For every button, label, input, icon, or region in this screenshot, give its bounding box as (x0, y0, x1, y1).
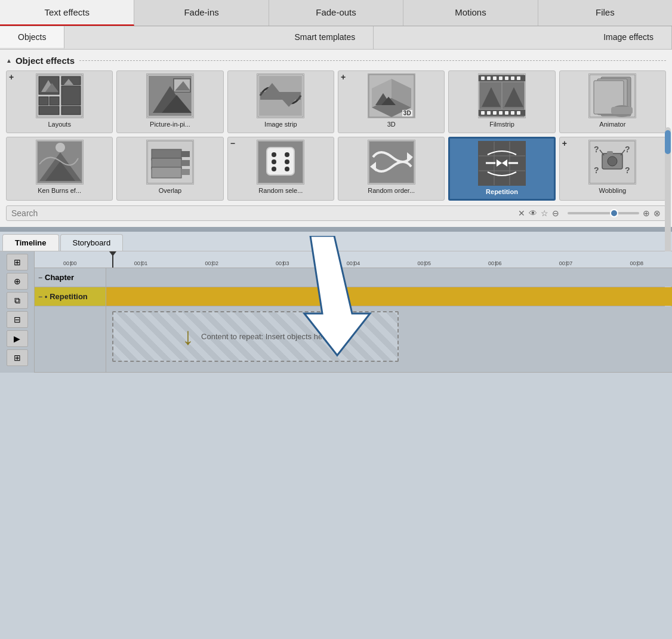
random-sele-icon (257, 140, 304, 185)
search-input[interactable] (11, 208, 518, 218)
svg-point-72 (285, 152, 289, 157)
svg-text:?: ? (594, 165, 599, 175)
repetition-track-content (106, 287, 672, 306)
svg-point-71 (272, 152, 276, 157)
svg-rect-37 (511, 76, 514, 80)
filmstrip-label: Filmstrip (489, 121, 514, 128)
svg-point-73 (272, 159, 276, 164)
svg-rect-6 (61, 86, 81, 105)
svg-rect-36 (505, 76, 508, 80)
plus-circle-icon[interactable]: ⊕ (643, 208, 650, 218)
content-track-row: ↓ Content to repeat: Insert objects he..… (35, 306, 672, 373)
repetition-bar (106, 287, 672, 306)
ruler-mark-8: 00:08 (601, 260, 672, 266)
picture-in-pi-icon (146, 73, 194, 118)
picture-in-pi-label: Picture-in-pi... (150, 121, 190, 128)
effect-image-strip[interactable]: Image strip (227, 70, 334, 133)
animator-icon (588, 73, 636, 118)
ruler-mark-7: 00:07 (531, 260, 602, 266)
effects-panel: Object effects + (0, 50, 672, 227)
svg-rect-65 (181, 151, 190, 157)
layouts-icon (36, 73, 84, 118)
toolbar-add-btn[interactable]: ⊕ (7, 273, 28, 290)
tab-motions[interactable]: Motions (403, 0, 538, 26)
toolbar-bottom-btn[interactable]: ⊞ (7, 349, 28, 366)
tab-text-effects[interactable]: Text effects (0, 0, 134, 26)
playhead-head (109, 251, 116, 256)
toolbar-grid-btn[interactable]: ⊞ (7, 254, 28, 271)
tab-fade-ins[interactable]: Fade-ins (134, 0, 269, 26)
svg-text:?: ? (625, 165, 630, 175)
ruler-marks: 00:00 00:01 00:02 00:03 00:04 00:05 00:0… (35, 260, 672, 266)
svg-rect-66 (181, 160, 190, 166)
top-tab-bar: Text effects Fade-ins Fade-outs Motions … (0, 0, 672, 26)
search-icons: ✕ 👁 ☆ ⊖ ⊕ ⊗ (518, 208, 661, 218)
toolbar-copy-btn[interactable]: ⧉ (7, 292, 28, 309)
svg-rect-45 (517, 111, 520, 115)
tab-smart-templates[interactable]: Smart templates (276, 26, 374, 49)
chapter-track-content (106, 268, 672, 287)
random-sele-label: Random sele... (258, 187, 303, 194)
effect-repetition[interactable]: Repetition (448, 137, 555, 201)
ruler-mark-0: 00:00 (35, 260, 106, 266)
random-order-label: Random order... (368, 187, 415, 194)
effect-3d[interactable]: + 3D 3D (338, 70, 445, 133)
ken-burns-label: Ken Burns ef... (38, 187, 81, 194)
svg-text:?: ? (625, 145, 630, 154)
effect-animator[interactable]: Animator (559, 70, 666, 133)
effect-filmstrip[interactable]: Filmstrip (448, 70, 555, 133)
effect-ken-burns[interactable]: Ken Burns ef... (6, 137, 113, 201)
effect-random-sele[interactable]: − Random (227, 137, 334, 201)
zoom-slider[interactable] (568, 212, 639, 214)
tab-storyboard[interactable]: Storyboard (60, 234, 124, 251)
svg-rect-43 (505, 111, 508, 115)
ruler-mark-3: 00:03 (247, 260, 318, 266)
ruler-mark-5: 00:05 (389, 260, 460, 266)
ruler-mark-6: 00:06 (460, 260, 531, 266)
plus-badge-3d: + (341, 72, 346, 82)
svg-text:?: ? (594, 145, 599, 154)
scroll-thumb (665, 130, 671, 154)
toolbar-group-btn[interactable]: ⊟ (7, 311, 28, 328)
tab-files[interactable]: Files (538, 0, 672, 26)
ruler-mark-1: 00:01 (106, 260, 177, 266)
svg-point-75 (272, 167, 276, 171)
minus-circle-icon[interactable]: ⊖ (552, 208, 559, 218)
tab-fade-outs[interactable]: Fade-outs (269, 0, 403, 26)
ruler-mark-4: 00:04 (318, 260, 389, 266)
effect-random-order[interactable]: Random order... (338, 137, 445, 201)
tab-objects[interactable]: Objects (0, 26, 64, 49)
repetition-collapse-btn[interactable]: − (38, 293, 42, 301)
svg-rect-55 (611, 107, 633, 114)
chapter-collapse-btn[interactable]: − (38, 274, 42, 282)
panel-divider (0, 227, 672, 232)
plus-badge-wobbling: + (562, 139, 567, 148)
filmstrip-icon (478, 73, 526, 118)
repetition-track-row: − • Repetition (35, 287, 672, 306)
effect-picture-in-pi[interactable]: Picture-in-pi... (116, 70, 223, 133)
eye-icon[interactable]: 👁 (529, 208, 537, 218)
repetition-label-text: Repetition (50, 292, 88, 301)
overlap-label: Overlap (159, 187, 182, 194)
expand-icon[interactable]: ⊗ (653, 208, 661, 218)
clear-icon[interactable]: ✕ (518, 208, 525, 218)
animator-label: Animator (599, 121, 625, 128)
svg-point-76 (285, 167, 289, 171)
tab-timeline[interactable]: Timeline (2, 234, 59, 251)
tab-image-effects[interactable]: Image effects (585, 26, 672, 49)
effect-layouts[interactable]: + (6, 70, 113, 133)
repetition-dot: • (45, 293, 47, 301)
svg-rect-91 (607, 151, 613, 155)
star-icon[interactable]: ☆ (541, 208, 548, 218)
effect-wobbling[interactable]: + ? ? ? ? (559, 137, 666, 201)
content-track-content: ↓ Content to repeat: Insert objects he..… (106, 306, 672, 372)
content-text: Content to repeat: Insert objects he... (201, 332, 329, 341)
effect-overlap[interactable]: Overlap (116, 137, 223, 201)
svg-rect-44 (511, 111, 514, 115)
toolbar-play-btn[interactable]: ▶ (7, 330, 28, 347)
chapter-label-text: Chapter (45, 273, 74, 282)
section-header: Object effects (6, 56, 666, 66)
image-strip-label: Image strip (264, 121, 297, 128)
wobbling-label: Wobbling (599, 187, 626, 194)
playhead[interactable] (112, 251, 113, 268)
